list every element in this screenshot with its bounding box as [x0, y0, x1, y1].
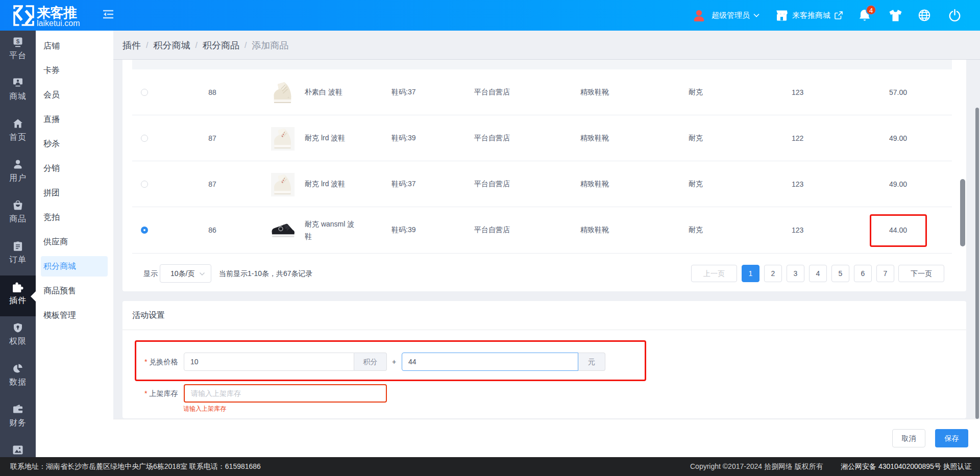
- svg-text:S: S: [16, 39, 20, 44]
